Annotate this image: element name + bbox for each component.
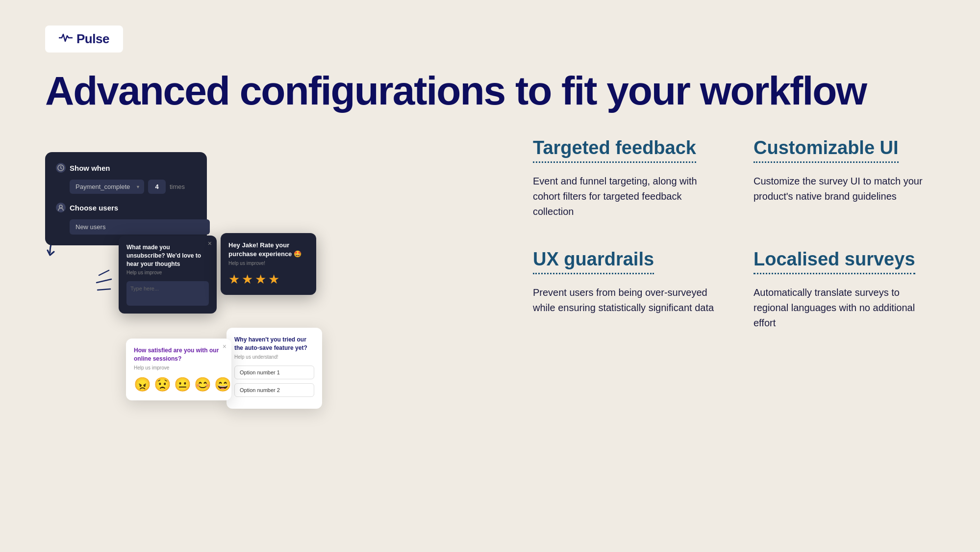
- star-1[interactable]: ★: [228, 272, 240, 287]
- choose-users-icon: [56, 203, 66, 212]
- survey-dark-subtitle: Help us improve: [126, 270, 209, 275]
- star-2[interactable]: ★: [242, 272, 253, 287]
- times-label: times: [170, 183, 185, 190]
- svg-point-1: [59, 205, 62, 208]
- count-value: 4: [148, 180, 166, 194]
- event-select[interactable]: Payment_complete: [70, 180, 144, 194]
- emoji-row: 😠 😟 😐 😊 😄: [134, 376, 224, 393]
- feature-customizable-ui: Customizable UI Customize the survey UI …: [754, 137, 935, 219]
- show-when-icon: [56, 163, 66, 173]
- star-4[interactable]: ★: [268, 272, 279, 287]
- survey-emoji-title: How satisfied are you with our online se…: [134, 346, 224, 363]
- users-input[interactable]: [70, 219, 210, 235]
- feature-customizable-title: Customizable UI: [754, 137, 899, 163]
- svg-line-3: [97, 279, 111, 283]
- star-row: ★ ★ ★ ★: [228, 272, 308, 287]
- choose-users-row: Choose users: [56, 203, 196, 212]
- feature-targeted-desc: Event and funnel targeting, along with c…: [533, 174, 714, 219]
- emoji-5[interactable]: 😄: [214, 376, 231, 393]
- feature-ux-guardrails: UX guardrails Prevent users from being o…: [533, 249, 714, 331]
- config-controls[interactable]: Payment_complete 4 times: [70, 180, 196, 194]
- svg-line-2: [99, 270, 109, 275]
- feature-localised-desc: Automatically translate surveys to regio…: [754, 285, 935, 331]
- option-2-button[interactable]: Option number 2: [234, 383, 314, 397]
- feature-targeted-title: Targeted feedback: [533, 137, 696, 163]
- svg-line-4: [98, 289, 110, 290]
- main-title: Advanced configurations to fit your work…: [45, 69, 935, 113]
- emoji-2[interactable]: 😟: [154, 376, 171, 393]
- survey-emoji-close-button[interactable]: ×: [223, 342, 226, 350]
- survey-rating-subtitle: Help us improve!: [228, 261, 308, 266]
- feature-guardrails-desc: Prevent users from being over-surveyed w…: [533, 285, 714, 315]
- survey-dark-textarea[interactable]: Type here...: [126, 281, 209, 306]
- logo-text: Pulse: [76, 31, 109, 47]
- feature-localised-surveys: Localised surveys Automatically translat…: [754, 249, 935, 331]
- choose-users-label: Choose users: [70, 204, 118, 212]
- show-when-row: Show when: [56, 163, 196, 173]
- feature-targeted-feedback: Targeted feedback Event and funnel targe…: [533, 137, 714, 219]
- emoji-1[interactable]: 😠: [134, 376, 151, 393]
- survey-options-subtitle: Help us understand!: [234, 354, 314, 360]
- survey-rating-title: Hey Jake! Rate your purchase experience …: [228, 241, 308, 259]
- survey-emoji-subtitle: Help us improve: [134, 365, 224, 370]
- survey-dark-title: What made you unsubscribe? We'd love to …: [126, 243, 209, 268]
- survey-options-title: Why haven't you tried our the auto-save …: [234, 336, 314, 352]
- star-3[interactable]: ★: [255, 272, 266, 287]
- logo-container: Pulse: [45, 26, 123, 53]
- pulse-logo-icon: [59, 32, 73, 46]
- feature-localised-title: Localised surveys: [754, 249, 915, 274]
- survey-popup-rating: Hey Jake! Rate your purchase experience …: [221, 233, 316, 295]
- survey-popup-emoji: × How satisfied are you with our online …: [126, 339, 231, 400]
- show-when-label: Show when: [70, 164, 110, 172]
- survey-dark-close-button[interactable]: ×: [208, 239, 212, 247]
- ui-mockup-area: Show when Payment_complete 4 times Choos…: [35, 152, 320, 397]
- emoji-4[interactable]: 😊: [194, 376, 211, 393]
- features-grid: Targeted feedback Event and funnel targe…: [533, 137, 935, 331]
- feature-customizable-desc: Customize the survey UI to match your pr…: [754, 174, 935, 204]
- feature-guardrails-title: UX guardrails: [533, 249, 654, 274]
- config-panel: Show when Payment_complete 4 times Choos…: [45, 152, 207, 245]
- option-1-button[interactable]: Option number 1: [234, 366, 314, 379]
- survey-popup-dark: × What made you unsubscribe? We'd love t…: [119, 236, 217, 314]
- event-select-wrapper[interactable]: Payment_complete: [70, 180, 144, 194]
- survey-popup-options: Why haven't you tried our the auto-save …: [226, 328, 322, 409]
- emoji-3[interactable]: 😐: [174, 376, 191, 393]
